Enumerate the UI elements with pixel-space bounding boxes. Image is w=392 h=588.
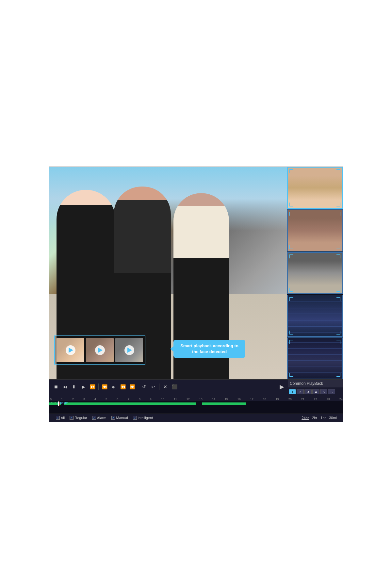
playhead — [58, 401, 59, 406]
face-corner-br-2 — [336, 245, 340, 249]
back-btn[interactable]: ↩ — [149, 383, 157, 391]
face-corner-bl-4 — [289, 331, 293, 335]
digital-lines-4 — [288, 295, 342, 336]
common-playback-title: Common PlayBack — [287, 380, 343, 387]
detected-face-bg-4 — [288, 295, 342, 336]
checkbox-all-label: All — [61, 416, 65, 420]
face-corner-tr-1 — [336, 169, 340, 173]
time-opt-2hr[interactable]: 2hr — [312, 416, 317, 420]
face-corner-bl-5 — [289, 373, 293, 377]
checkbox-alarm[interactable]: ✓ Alarm — [92, 416, 106, 420]
face-thumb-2[interactable] — [86, 338, 114, 362]
face-corner-tr-4 — [336, 297, 340, 301]
checkbox-manual-label: Manual — [116, 416, 128, 420]
ctrl-divider-2 — [138, 384, 138, 390]
check-icon-regular: ✓ — [70, 416, 74, 420]
timeline-bar: 0 1 2 3 4 5 6 7 8 9 10 11 12 13 14 15 16 — [49, 394, 343, 414]
play-triangle-3 — [127, 348, 132, 353]
timeline-track[interactable]: CH1 — [49, 401, 343, 406]
time-opt-30mi[interactable]: 30mi — [329, 416, 337, 420]
time-options: 24hr 2hr 1hr 30mi — [302, 416, 337, 420]
check-icon-all: ✓ — [56, 416, 60, 420]
play-overlay-2[interactable] — [95, 345, 105, 355]
play-overlay-1[interactable] — [66, 345, 75, 355]
face-thumb-3[interactable] — [115, 338, 143, 362]
smart-playback-tooltip: Smart playback according to the face det… — [173, 340, 245, 358]
timeline-ruler: 0 1 2 3 4 5 6 7 8 9 10 11 12 13 14 15 16 — [49, 394, 343, 401]
time-opt-1hr[interactable]: 1hr — [320, 416, 326, 420]
detected-face-2[interactable] — [287, 209, 343, 251]
face-thumb-1[interactable] — [57, 338, 84, 362]
detected-face-5[interactable] — [287, 337, 343, 379]
digital-lines-5 — [288, 338, 342, 379]
face-corner-bl-1 — [289, 203, 293, 206]
play-triangle-2 — [98, 348, 103, 353]
step-back-btn[interactable]: ⏪ — [101, 383, 108, 391]
detected-face-3[interactable] — [287, 252, 343, 294]
face-corner-tl-1 — [289, 169, 293, 173]
time-opt-24hr[interactable]: 24hr — [302, 416, 309, 420]
face-corner-tr-2 — [336, 212, 340, 216]
track-segment-2 — [64, 402, 196, 405]
checkbox-alarm-label: Alarm — [97, 416, 106, 420]
prev-btn[interactable]: ⏮ — [61, 383, 69, 391]
face-corner-tl-5 — [289, 340, 293, 344]
fast-forward-btn[interactable]: ⏩ — [89, 383, 96, 391]
ruler-labels: 0 1 2 3 4 5 6 7 8 9 10 11 12 13 14 15 16 — [49, 398, 343, 401]
tooltip-text: Smart playback according to the face det… — [180, 343, 238, 354]
track-segment-3 — [202, 402, 246, 405]
checkbox-regular-label: Regular — [74, 416, 87, 420]
play-triangle-1 — [69, 348, 73, 353]
stop-btn[interactable]: ⏹ — [52, 383, 60, 391]
face-corner-br-3 — [336, 288, 340, 292]
expand-arrow[interactable]: ▶ — [279, 384, 285, 390]
face-corner-tr-3 — [336, 254, 340, 258]
face-corner-tl-2 — [289, 212, 293, 216]
close-btn[interactable]: ✕ — [161, 383, 169, 391]
pause-btn[interactable]: ⏸ — [70, 383, 78, 391]
options-bar: ✓ All ✓ Regular ✓ Alarm ✓ Manual ✓ intel… — [49, 414, 343, 422]
forward-slow-btn[interactable]: ⏩ — [128, 383, 136, 391]
right-panel — [287, 167, 343, 379]
play-overlay-3[interactable] — [124, 345, 134, 355]
checkbox-manual[interactable]: ✓ Manual — [111, 416, 128, 420]
face-corner-tl-4 — [289, 297, 293, 301]
checkbox-all[interactable]: ✓ All — [56, 416, 65, 420]
main-video: Smart playback according to the face det… — [49, 167, 288, 379]
face-corner-tl-3 — [289, 254, 293, 258]
detected-face-bg-5 — [288, 338, 342, 379]
dvr-ui: Smart playback according to the face det… — [49, 167, 343, 421]
record-btn[interactable]: ⬛ — [171, 383, 178, 391]
repeat-btn[interactable]: ↺ — [140, 383, 148, 391]
ctrl-divider-3 — [159, 384, 159, 390]
face-corner-bl-3 — [289, 288, 293, 292]
step-forward-btn[interactable]: ⏭ — [110, 383, 118, 391]
face-corner-br-5 — [336, 373, 340, 377]
ctrl-divider-1 — [98, 384, 99, 390]
play-btn[interactable]: ▶ — [79, 383, 87, 391]
face-corner-bl-2 — [289, 245, 293, 249]
checkbox-intelligent-label: intelligent — [138, 416, 153, 420]
detected-face-4[interactable] — [287, 295, 343, 336]
controls-bar: ⏹ ⏮ ⏸ ▶ ⏩ ⏪ ⏭ ⏪ ⏩ ↺ ↩ ✕ ⬛ ▶ — [49, 379, 288, 394]
detected-face-bg-2 — [288, 210, 342, 251]
detected-face-bg-3 — [288, 253, 342, 293]
check-icon-intelligent: ✓ — [133, 416, 137, 420]
detected-face-bg-1 — [288, 168, 342, 208]
current-time-display: 0:00:07 — [57, 401, 68, 405]
face-corner-br-4 — [336, 331, 340, 335]
face-thumbnails-strip — [54, 335, 145, 365]
face-corner-br-1 — [336, 203, 340, 206]
checkbox-intelligent[interactable]: ✓ intelligent — [133, 416, 153, 420]
outer-wrapper: Smart playback according to the face det… — [0, 0, 392, 588]
rewind-slow-btn[interactable]: ⏪ — [119, 383, 127, 391]
checkbox-regular[interactable]: ✓ Regular — [70, 416, 87, 420]
check-icon-alarm: ✓ — [92, 416, 96, 420]
detected-face-1[interactable] — [287, 167, 343, 209]
face-corner-tr-5 — [336, 340, 340, 344]
check-icon-manual: ✓ — [111, 416, 115, 420]
